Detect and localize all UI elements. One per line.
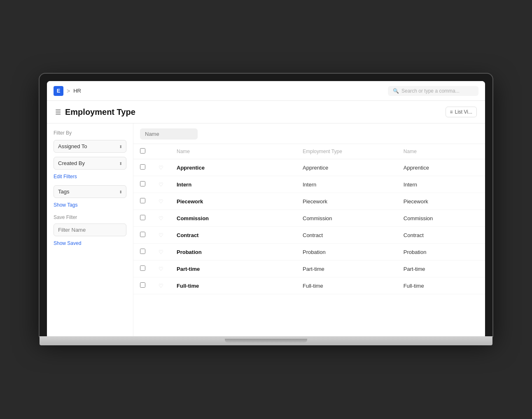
row-name-text: Intern [177, 182, 191, 188]
row-name-text: Probation [177, 249, 202, 255]
row-fav-cell: ♡ [152, 244, 170, 261]
row-name2-cell: Commission [397, 210, 485, 227]
row-checkbox-1[interactable] [140, 181, 145, 186]
favorite-icon-0[interactable]: ♡ [159, 165, 163, 171]
table-row: ♡ Commission Commission Commission [133, 210, 485, 227]
table-header-row: Name Employment Type Name [133, 144, 485, 159]
favorite-icon-4[interactable]: ♡ [159, 232, 163, 238]
header-fav-col [152, 144, 170, 159]
laptop-hinge [225, 339, 307, 343]
table-row: ♡ Probation Probation Probation [133, 244, 485, 261]
row-fav-cell: ♡ [152, 227, 170, 244]
row-checkbox-3[interactable] [140, 215, 145, 220]
table-row: ♡ Piecework Piecework Piecework [133, 193, 485, 210]
table-body: ♡ Apprentice Apprentice Apprentice ♡ Int… [133, 159, 485, 294]
menu-icon[interactable]: ☰ [55, 108, 61, 116]
row-checkbox-5[interactable] [140, 249, 145, 254]
row-checkbox-7[interactable] [140, 282, 145, 288]
assigned-to-select[interactable]: Assigned To [54, 140, 126, 153]
row-checkbox-2[interactable] [140, 198, 145, 203]
row-checkbox-cell [133, 244, 152, 261]
row-name-text: Commission [177, 215, 209, 221]
favorite-icon-2[interactable]: ♡ [159, 198, 163, 205]
header-name2-col: Name [397, 144, 485, 159]
favorite-icon-1[interactable]: ♡ [159, 182, 163, 188]
row-employment-type-cell: Probation [296, 244, 397, 261]
favorite-icon-6[interactable]: ♡ [159, 266, 163, 272]
search-placeholder-text: Search or type a comma... [401, 88, 460, 94]
row-name2-cell: Intern [397, 176, 485, 193]
row-name-cell[interactable]: Intern [170, 176, 296, 193]
filter-by-label: Filter By [54, 130, 126, 136]
row-name2-cell: Full-time [397, 277, 485, 294]
row-name-cell[interactable]: Contract [170, 227, 296, 244]
table-row: ♡ Part-time Part-time Part-time [133, 261, 485, 277]
edit-filters-link[interactable]: Edit Filters [54, 174, 126, 179]
row-checkbox-cell [133, 159, 152, 176]
tags-filter-wrapper: Tags ⬍ [54, 185, 126, 198]
filter-name-input[interactable] [54, 223, 126, 236]
tags-section: Tags ⬍ [54, 185, 126, 198]
header-checkbox-col [133, 144, 152, 159]
row-name-cell[interactable]: Apprentice [170, 159, 296, 176]
table-row: ♡ Apprentice Apprentice Apprentice [133, 159, 485, 176]
show-tags-link[interactable]: Show Tags [54, 202, 126, 208]
app-container: E > HR 🔍 Search or type a comma... ☰ Emp… [47, 81, 485, 336]
list-view-label: List Vi... [455, 109, 472, 115]
page-header: ☰ Employment Type ≡ List Vi... [47, 101, 485, 123]
row-name-cell[interactable]: Piecework [170, 193, 296, 210]
row-fav-cell: ♡ [152, 210, 170, 227]
main-content: Filter By Assigned To ⬍ Created By ⬍ [47, 123, 485, 336]
row-checkbox-0[interactable] [140, 164, 145, 170]
row-name2-cell: Part-time [397, 261, 485, 277]
show-saved-link[interactable]: Show Saved [54, 240, 126, 246]
table-row: ♡ Contract Contract Contract [133, 227, 485, 244]
laptop-frame: E > HR 🔍 Search or type a comma... ☰ Emp… [40, 74, 492, 345]
row-employment-type-cell: Full-time [296, 277, 397, 294]
row-name2-cell: Piecework [397, 193, 485, 210]
screen-bezel: E > HR 🔍 Search or type a comma... ☰ Emp… [40, 74, 492, 336]
laptop-base [40, 336, 492, 345]
select-all-checkbox[interactable] [140, 148, 145, 154]
row-checkbox-cell [133, 227, 152, 244]
row-employment-type-cell: Apprentice [296, 159, 397, 176]
favorite-icon-7[interactable]: ♡ [159, 283, 163, 289]
favorite-icon-3[interactable]: ♡ [159, 215, 163, 221]
page-title: Employment Type [65, 107, 135, 117]
table-area: Name Employment Type Name ♡ Apprentice [133, 123, 485, 336]
row-name-cell[interactable]: Probation [170, 244, 296, 261]
row-checkbox-cell [133, 176, 152, 193]
row-name-cell[interactable]: Full-time [170, 277, 296, 294]
sidebar-filters: Filter By Assigned To ⬍ Created By ⬍ [47, 123, 133, 336]
row-fav-cell: ♡ [152, 277, 170, 294]
table-search-input[interactable] [140, 128, 198, 140]
row-name2-cell: Apprentice [397, 159, 485, 176]
global-search[interactable]: 🔍 Search or type a comma... [388, 86, 478, 96]
table-search-bar [133, 123, 485, 144]
row-fav-cell: ♡ [152, 193, 170, 210]
row-name-text: Full-time [177, 283, 199, 289]
tags-select[interactable]: Tags [54, 185, 126, 198]
breadcrumb: HR [73, 88, 81, 94]
list-view-button[interactable]: ≡ List Vi... [446, 107, 477, 117]
row-checkbox-4[interactable] [140, 232, 145, 237]
save-filter-label: Save Filter [54, 214, 126, 220]
top-nav: E > HR 🔍 Search or type a comma... [47, 81, 485, 101]
row-checkbox-cell [133, 210, 152, 227]
row-fav-cell: ♡ [152, 159, 170, 176]
row-checkbox-cell [133, 277, 152, 294]
row-employment-type-cell: Intern [296, 176, 397, 193]
app-logo[interactable]: E [54, 86, 63, 96]
row-employment-type-cell: Piecework [296, 193, 397, 210]
favorite-icon-5[interactable]: ♡ [159, 249, 163, 255]
row-fav-cell: ♡ [152, 176, 170, 193]
row-name-cell[interactable]: Part-time [170, 261, 296, 277]
row-name-cell[interactable]: Commission [170, 210, 296, 227]
data-table: Name Employment Type Name ♡ Apprentice [133, 144, 485, 294]
laptop-screen: E > HR 🔍 Search or type a comma... ☰ Emp… [47, 81, 485, 336]
row-checkbox-cell [133, 193, 152, 210]
row-employment-type-cell: Contract [296, 227, 397, 244]
row-checkbox-6[interactable] [140, 265, 145, 271]
created-by-select[interactable]: Created By [54, 157, 126, 170]
assigned-to-filter-wrapper: Assigned To ⬍ [54, 140, 126, 153]
